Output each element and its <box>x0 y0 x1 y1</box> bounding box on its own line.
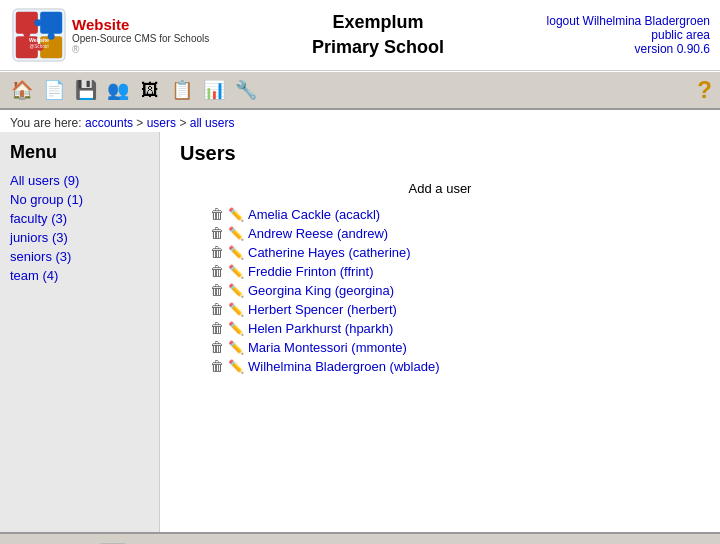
content: Users Add a user 🗑 ✏️ Amelia Cackle (aca… <box>160 132 720 532</box>
toolbar: 🏠 📄 💾 👥 🖼 📋 📊 🔧 ? <box>0 71 720 110</box>
footer: Powered by Website @School Open-Source C… <box>0 532 720 544</box>
list-item: 🗑 ✏️ Wilhelmina Bladergroen (wblade) <box>210 358 700 374</box>
list-item: 🗑 ✏️ Freddie Frinton (ffrint) <box>210 263 700 279</box>
edit-icon[interactable]: ✏️ <box>228 321 244 336</box>
breadcrumb-accounts[interactable]: accounts <box>85 116 133 130</box>
help-icon[interactable]: ? <box>697 76 712 104</box>
site-title: Exemplum Primary School <box>209 10 546 60</box>
breadcrumb: You are here: accounts > users > all use… <box>0 110 720 132</box>
users-icon[interactable]: 👥 <box>104 76 132 104</box>
edit-icon[interactable]: ✏️ <box>228 226 244 241</box>
edit-icon[interactable]: ✏️ <box>228 264 244 279</box>
user-link[interactable]: Catherine Hayes (catherine) <box>248 245 411 260</box>
user-link[interactable]: Freddie Frinton (ffrint) <box>248 264 373 279</box>
sidebar-item-all-users[interactable]: All users (9) <box>10 173 149 188</box>
edit-icon[interactable]: ✏️ <box>228 302 244 317</box>
sidebar-item-faculty[interactable]: faculty (3) <box>10 211 149 226</box>
list-item: 🗑 ✏️ Georgina King (georgina) <box>210 282 700 298</box>
page-icon[interactable]: 📄 <box>40 76 68 104</box>
delete-icon[interactable]: 🗑 <box>210 320 224 336</box>
main: Menu All users (9) No group (1) faculty … <box>0 132 720 532</box>
home-icon[interactable]: 🏠 <box>8 76 36 104</box>
add-user-link[interactable]: Add a user <box>409 181 472 196</box>
sidebar-heading: Menu <box>10 142 149 163</box>
edit-icon[interactable]: ✏️ <box>228 245 244 260</box>
settings-icon[interactable]: 🔧 <box>232 76 260 104</box>
edit-icon[interactable]: ✏️ <box>228 359 244 374</box>
delete-icon[interactable]: 🗑 <box>210 244 224 260</box>
header: Website @School Website Open-Source CMS … <box>0 0 720 71</box>
sidebar-item-team[interactable]: team (4) <box>10 268 149 283</box>
edit-icon[interactable]: ✏️ <box>228 283 244 298</box>
delete-icon[interactable]: 🗑 <box>210 206 224 222</box>
page-title: Users <box>180 142 700 165</box>
sidebar-item-seniors[interactable]: seniors (3) <box>10 249 149 264</box>
checklist-icon[interactable]: 📋 <box>168 76 196 104</box>
user-list: 🗑 ✏️ Amelia Cackle (acackl) 🗑 ✏️ Andrew … <box>180 206 700 374</box>
user-link[interactable]: Amelia Cackle (acackl) <box>248 207 380 222</box>
user-link[interactable]: Georgina King (georgina) <box>248 283 394 298</box>
svg-text:Website: Website <box>29 37 49 43</box>
list-item: 🗑 ✏️ Amelia Cackle (acackl) <box>210 206 700 222</box>
user-link[interactable]: Helen Parkhurst (hparkh) <box>248 321 393 336</box>
breadcrumb-users[interactable]: users <box>147 116 176 130</box>
chart-icon[interactable]: 📊 <box>200 76 228 104</box>
list-item: 🗑 ✏️ Andrew Reese (andrew) <box>210 225 700 241</box>
sidebar: Menu All users (9) No group (1) faculty … <box>0 132 160 532</box>
user-link[interactable]: Maria Montessori (mmonte) <box>248 340 407 355</box>
save-icon[interactable]: 💾 <box>72 76 100 104</box>
edit-icon[interactable]: ✏️ <box>228 340 244 355</box>
edit-icon[interactable]: ✏️ <box>228 207 244 222</box>
sidebar-item-juniors[interactable]: juniors (3) <box>10 230 149 245</box>
user-link[interactable]: Herbert Spencer (herbert) <box>248 302 397 317</box>
delete-icon[interactable]: 🗑 <box>210 282 224 298</box>
sidebar-item-no-group[interactable]: No group (1) <box>10 192 149 207</box>
list-item: 🗑 ✏️ Helen Parkhurst (hparkh) <box>210 320 700 336</box>
list-item: 🗑 ✏️ Maria Montessori (mmonte) <box>210 339 700 355</box>
logout-area: logout Wilhelmina Bladergroen public are… <box>547 14 710 56</box>
list-item: 🗑 ✏️ Herbert Spencer (herbert) <box>210 301 700 317</box>
logo-image: Website @School <box>10 6 68 64</box>
delete-icon[interactable]: 🗑 <box>210 263 224 279</box>
svg-rect-5 <box>40 12 62 34</box>
svg-text:@School: @School <box>30 44 49 49</box>
breadcrumb-all-users[interactable]: all users <box>190 116 235 130</box>
logo-area: Website @School Website Open-Source CMS … <box>10 6 209 64</box>
user-link[interactable]: Andrew Reese (andrew) <box>248 226 388 241</box>
toolbar-icons: 🏠 📄 💾 👥 🖼 📋 📊 🔧 <box>8 76 260 104</box>
user-link[interactable]: Wilhelmina Bladergroen (wblade) <box>248 359 439 374</box>
logout-link[interactable]: logout Wilhelmina Bladergroen <box>547 14 710 28</box>
list-item: 🗑 ✏️ Catherine Hayes (catherine) <box>210 244 700 260</box>
delete-icon[interactable]: 🗑 <box>210 339 224 355</box>
image-icon[interactable]: 🖼 <box>136 76 164 104</box>
delete-icon[interactable]: 🗑 <box>210 301 224 317</box>
delete-icon[interactable]: 🗑 <box>210 225 224 241</box>
add-user-section: Add a user <box>180 181 700 196</box>
delete-icon[interactable]: 🗑 <box>210 358 224 374</box>
